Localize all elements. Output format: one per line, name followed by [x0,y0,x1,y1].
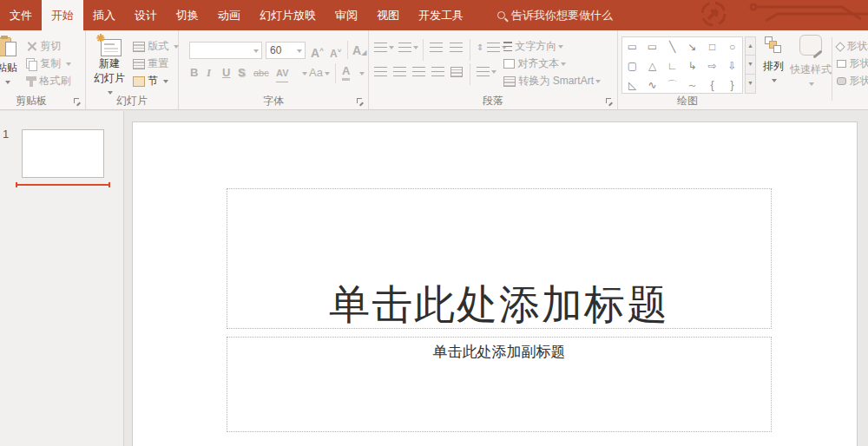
shape-item[interactable]: ▭ [622,37,642,56]
shape-item[interactable]: ～ [682,75,702,95]
decrease-indent-button[interactable] [430,39,443,56]
shrink-font-button[interactable]: A˅ [330,43,341,62]
paste-button[interactable]: 粘贴 [0,34,26,95]
paragraph-dialog-launcher[interactable] [606,98,613,105]
convert-smartart-button[interactable]: 转换为 SmartArt [503,73,601,89]
strikethrough-button[interactable]: abc [253,64,269,82]
font-group-label: 字体 [179,94,368,108]
character-spacing-button[interactable]: AV [276,64,288,82]
slide-thumbnail-pane[interactable]: 1 [0,111,124,446]
subtitle-placeholder-text: 单击此处添加副标题 [227,342,771,362]
group-drawing: ▭ ▭ ╲ ↘ □ ○ ▢ △ ∟ ↳ ⇨ ⇩ ◺ ∿ ⌒ ～ { } ▲ [618,30,868,109]
shapes-gallery[interactable]: ▭ ▭ ╲ ↘ □ ○ ▢ △ ∟ ↳ ⇨ ⇩ ◺ ∿ ⌒ ～ { } [621,36,743,94]
bullets-button[interactable] [374,39,394,56]
shape-item[interactable]: ↘ [682,37,702,56]
shape-item[interactable]: ╲ [662,37,682,56]
smartart-icon [503,76,516,87]
tab-animations[interactable]: 动画 [208,0,250,30]
align-left-button[interactable] [374,63,387,80]
tab-transitions[interactable]: 切换 [167,0,208,30]
shape-item[interactable]: ○ [722,37,742,56]
arrange-dropdown-icon[interactable] [772,79,777,82]
format-painter-button[interactable]: 格式刷 [26,73,70,89]
shape-item[interactable]: ▭ [642,37,662,56]
clear-formatting-button[interactable]: A◢ [352,42,366,62]
reset-button[interactable]: 重置 [133,56,168,72]
tab-slideshow[interactable]: 幻灯片放映 [250,0,326,30]
underline-button[interactable]: U [222,64,230,82]
paste-dropdown-icon[interactable] [5,81,10,84]
arrange-button[interactable]: 排列 [759,34,788,96]
shape-fill-button[interactable]: 形状填充 [837,38,868,55]
subtitle-placeholder[interactable]: 单击此处添加副标题 [227,337,772,432]
columns-icon [477,67,490,76]
character-spacing-dropdown-icon[interactable] [300,64,307,82]
shape-item[interactable]: { [702,75,722,95]
tab-home[interactable]: 开始 [42,0,83,30]
shape-item[interactable]: □ [702,37,722,56]
justify-button[interactable] [431,63,444,80]
slide-editor-area[interactable]: 单击此处添加标题 单击此处添加副标题 [125,111,868,446]
text-direction-button[interactable]: 文字方向 [503,38,563,54]
layout-button[interactable]: 版式 [133,38,179,55]
increase-indent-button[interactable] [450,39,463,56]
clipboard-dialog-launcher[interactable] [74,98,81,105]
tab-view[interactable]: 视图 [367,0,409,30]
gallery-more-icon[interactable]: ▼ [745,75,756,94]
font-color-dropdown-icon[interactable] [358,64,365,82]
tab-developer[interactable]: 开发工具 [409,0,473,30]
title-placeholder[interactable]: 单击此处添加标题 [227,188,772,329]
font-dialog-launcher[interactable] [357,98,364,105]
shape-outline-button[interactable]: 形状轮廓 [837,56,868,72]
line-spacing-button[interactable]: ⇕ [477,39,507,56]
slide-number: 1 [3,128,9,141]
bold-button[interactable]: B [190,64,198,82]
new-slide-button[interactable]: 新建 幻灯片 [89,34,129,96]
text-shadow-button[interactable]: S [238,64,246,82]
align-text-icon [503,59,515,69]
slide-canvas[interactable]: 单击此处添加标题 单击此处添加副标题 [132,121,858,446]
gallery-down-icon[interactable]: ▼ [745,56,756,75]
font-name-combo[interactable] [189,42,262,59]
shape-item[interactable]: ⌒ [662,75,682,95]
ribbon-home: 粘贴 剪切 复制 格式刷 剪贴板 [0,30,868,110]
font-color-button[interactable]: A [342,64,350,81]
copy-button[interactable]: 复制 [26,56,71,72]
tab-insert[interactable]: 插入 [83,0,125,30]
search-placeholder-text: 告诉我你想要做什么 [511,8,613,23]
shape-item[interactable]: ∿ [642,75,662,95]
shape-item[interactable]: ↳ [682,56,702,75]
distribute-button[interactable] [450,63,463,80]
shape-effects-button[interactable]: 形状效果 [837,73,868,89]
font-size-combo[interactable]: 60 [266,42,306,59]
shape-item[interactable]: } [722,75,742,95]
align-center-button[interactable] [393,63,406,80]
align-text-button[interactable]: 对齐文本 [503,56,566,71]
tell-me-search[interactable]: 告诉我你想要做什么 [497,0,613,30]
gallery-up-icon[interactable]: ▲ [745,36,756,56]
tab-review[interactable]: 审阅 [326,0,367,30]
italic-button[interactable]: I [207,64,211,82]
cut-button[interactable]: 剪切 [26,38,61,55]
shapes-gallery-scrollbar[interactable]: ▲ ▼ ▼ [745,36,756,94]
tab-file[interactable]: 文件 [0,0,42,30]
columns-button[interactable] [477,63,496,80]
section-button[interactable]: 节 [133,73,168,89]
shape-item[interactable]: ◺ [622,75,642,95]
tab-design[interactable]: 设计 [125,0,167,30]
shape-item[interactable]: ∟ [662,56,682,75]
section-dropdown-icon[interactable] [163,80,168,83]
shape-item[interactable]: ⇨ [702,56,722,75]
numbering-button[interactable] [398,39,418,56]
grow-font-button[interactable]: A˄ [311,42,324,62]
section-icon [133,76,145,87]
slide-1-thumbnail[interactable] [22,129,104,178]
shape-item[interactable]: △ [642,56,662,75]
shape-item[interactable]: ⇩ [722,56,742,75]
shape-item[interactable]: ▢ [622,56,642,75]
align-right-button[interactable] [412,63,425,80]
distribute-icon [450,67,463,77]
quick-styles-button[interactable]: 快速样式 [790,34,832,96]
powerpoint-window: 文件 开始 插入 设计 切换 动画 幻灯片放映 审阅 视图 开发工具 告诉我你想… [0,0,868,446]
change-case-button[interactable]: Aa [309,64,330,82]
